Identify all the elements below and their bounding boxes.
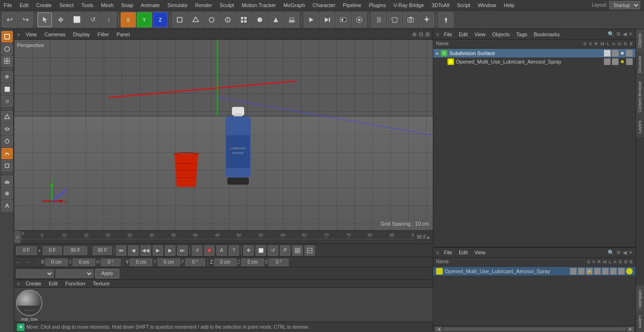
edit-render-settings-button[interactable] bbox=[336, 12, 351, 27]
menu-character[interactable]: Character bbox=[309, 1, 339, 9]
attr-menu-edit[interactable]: Edit bbox=[457, 249, 470, 256]
menu-vray[interactable]: V-Ray Bridge bbox=[390, 1, 428, 9]
coord-h-input[interactable] bbox=[101, 259, 121, 266]
lt-sculpt-1[interactable] bbox=[1, 136, 13, 147]
obj-search-icon[interactable]: 🔍 bbox=[608, 31, 614, 37]
vp-menu-cameras[interactable]: Cameras bbox=[42, 31, 67, 38]
mat-menu-function[interactable]: Function bbox=[63, 280, 87, 287]
vp-menu-filter[interactable]: Filter bbox=[96, 31, 111, 38]
far-tab-content-browser[interactable]: Content Browser bbox=[636, 77, 644, 116]
material-item[interactable]: MAXON mat_Gre bbox=[16, 290, 42, 322]
attr-menu-view[interactable]: View bbox=[472, 249, 487, 256]
obj-btn-eye-2[interactable] bbox=[612, 58, 619, 65]
obj-menu-objects[interactable]: Objects bbox=[490, 31, 512, 38]
menu-pipeline[interactable]: Pipeline bbox=[339, 1, 365, 9]
undo-button[interactable]: ↩ bbox=[2, 12, 17, 27]
scale-dropdown[interactable]: Scale bbox=[56, 269, 93, 278]
obj-menu-tags[interactable]: Tags bbox=[514, 31, 529, 38]
menu-3dtoall[interactable]: 3DToAll bbox=[428, 1, 453, 9]
redo-button[interactable]: ↪ bbox=[18, 12, 33, 27]
obj-btn-menu-2[interactable] bbox=[626, 58, 633, 65]
camera-button[interactable] bbox=[403, 12, 418, 27]
vp-toggle-icon[interactable]: ⊟ bbox=[419, 31, 423, 38]
lt-sculpt-5[interactable] bbox=[1, 188, 13, 199]
vp-fullscreen-icon[interactable]: ⊞ bbox=[425, 31, 430, 38]
lt-move[interactable]: ✥ bbox=[1, 71, 13, 82]
preview-end-input[interactable] bbox=[93, 246, 112, 255]
attr-settings-icon[interactable]: ⚙ bbox=[616, 250, 621, 256]
coord-z-rot-input[interactable] bbox=[241, 259, 264, 266]
transform-tool-button[interactable]: ↕ bbox=[101, 12, 116, 27]
attr-close-icon[interactable]: ✕ bbox=[628, 250, 633, 256]
coord-z-pos-input[interactable] bbox=[214, 259, 237, 266]
pb-mode-button[interactable] bbox=[305, 245, 315, 256]
play-button[interactable]: ▶ bbox=[153, 245, 163, 256]
scale-tool-button[interactable]: ⬜ bbox=[69, 12, 84, 27]
layout-select[interactable]: Startup bbox=[609, 1, 640, 9]
obj-close-icon[interactable]: ✕ bbox=[628, 31, 633, 37]
menu-help[interactable]: Help bbox=[500, 1, 519, 9]
lt-rotate[interactable]: ↺ bbox=[1, 96, 13, 107]
obj-menu-file[interactable]: File bbox=[442, 31, 454, 38]
object-mode-button[interactable] bbox=[172, 12, 187, 27]
far-tab-layers[interactable]: Layers bbox=[636, 116, 644, 137]
lt-scale[interactable]: ⬜ bbox=[1, 83, 13, 95]
light-button[interactable] bbox=[438, 12, 454, 27]
pb-move-button[interactable]: ✥ bbox=[243, 245, 254, 256]
viewport-solo-button[interactable] bbox=[252, 12, 267, 27]
menu-simulate[interactable]: Simulate bbox=[164, 1, 191, 9]
menu-edit[interactable]: Edit bbox=[16, 1, 33, 9]
far-tab-attributes[interactable]: Attributes bbox=[636, 285, 644, 311]
cloth-button[interactable] bbox=[387, 12, 402, 27]
scroll-right-btn[interactable]: ▶ bbox=[627, 327, 634, 332]
attr-btn-7[interactable] bbox=[626, 268, 633, 275]
menu-tools[interactable]: Tools bbox=[77, 1, 97, 9]
rotate-tool-button[interactable]: ↺ bbox=[85, 12, 100, 27]
help-button[interactable]: ? bbox=[229, 245, 239, 256]
coord-x-rot-input[interactable] bbox=[73, 259, 95, 266]
menu-create[interactable]: Create bbox=[33, 1, 56, 9]
vp-zoom-icon[interactable]: ⊕ bbox=[412, 31, 417, 38]
scroll-left-btn[interactable]: ◀ bbox=[435, 327, 442, 332]
render-active-view-button[interactable] bbox=[304, 12, 319, 27]
pb-keyframe-button[interactable]: P bbox=[280, 245, 290, 256]
table-row[interactable]: Opened_Multi_Use_Lubricant_Aerosol_Spray bbox=[433, 57, 636, 66]
render-viewport-button[interactable] bbox=[352, 12, 367, 27]
current-frame-input[interactable] bbox=[16, 246, 37, 255]
far-tab-objects[interactable]: Objects bbox=[636, 29, 644, 52]
timeline-ticks-area[interactable]: 0 5 10 15 20 25 30 35 40 bbox=[21, 231, 414, 243]
table-row[interactable]: ▶ Subdivision Surface bbox=[433, 49, 636, 57]
pb-rotate-button[interactable]: ↺ bbox=[268, 245, 278, 256]
mat-menu-edit[interactable]: Edit bbox=[47, 280, 59, 287]
obj-menu-view[interactable]: View bbox=[472, 31, 487, 38]
attr-btn-3[interactable] bbox=[594, 268, 601, 275]
lt-texture-mode[interactable] bbox=[1, 43, 13, 55]
obj-btn-dot[interactable] bbox=[621, 52, 624, 55]
viewport-canvas[interactable]: LUBRICANT AEROSOL bbox=[14, 40, 433, 230]
list-item[interactable]: Opened_Multi_Use_Lubricant_Aerosol_Spray… bbox=[433, 267, 636, 275]
far-tab-layers-bottom[interactable]: Layers bbox=[636, 311, 644, 332]
menu-mesh[interactable]: Mesh bbox=[97, 1, 117, 9]
menu-render[interactable]: Render bbox=[191, 1, 216, 9]
start-frame-input[interactable] bbox=[43, 246, 62, 255]
floor-button[interactable] bbox=[284, 12, 299, 27]
axis-x-button[interactable]: X bbox=[121, 12, 136, 27]
render-to-picture-viewer-button[interactable] bbox=[320, 12, 335, 27]
obj-btn-check-2[interactable] bbox=[604, 58, 611, 65]
lt-material-mode[interactable] bbox=[1, 56, 13, 67]
mat-menu-texture[interactable]: Texture bbox=[91, 280, 112, 287]
live-select-button[interactable] bbox=[236, 12, 251, 27]
vp-menu-view[interactable]: View bbox=[24, 31, 39, 38]
mat-menu-create[interactable]: Create bbox=[24, 280, 43, 287]
menu-file[interactable]: File bbox=[0, 1, 16, 9]
menu-sculpt[interactable]: Sculpt bbox=[216, 1, 238, 9]
obj-btn-eye[interactable] bbox=[612, 50, 619, 57]
apply-button[interactable]: Apply bbox=[95, 269, 119, 278]
select-tool-button[interactable] bbox=[37, 12, 52, 27]
coord-x-pos-input[interactable] bbox=[45, 259, 68, 266]
go-start-button[interactable]: ⏮ bbox=[116, 245, 126, 256]
lt-edge-loop[interactable] bbox=[1, 123, 13, 135]
prev-frame-button[interactable]: ◀ bbox=[128, 245, 139, 256]
coord-y-pos-input[interactable] bbox=[130, 259, 152, 266]
record-button[interactable]: ⏺ bbox=[204, 245, 215, 256]
